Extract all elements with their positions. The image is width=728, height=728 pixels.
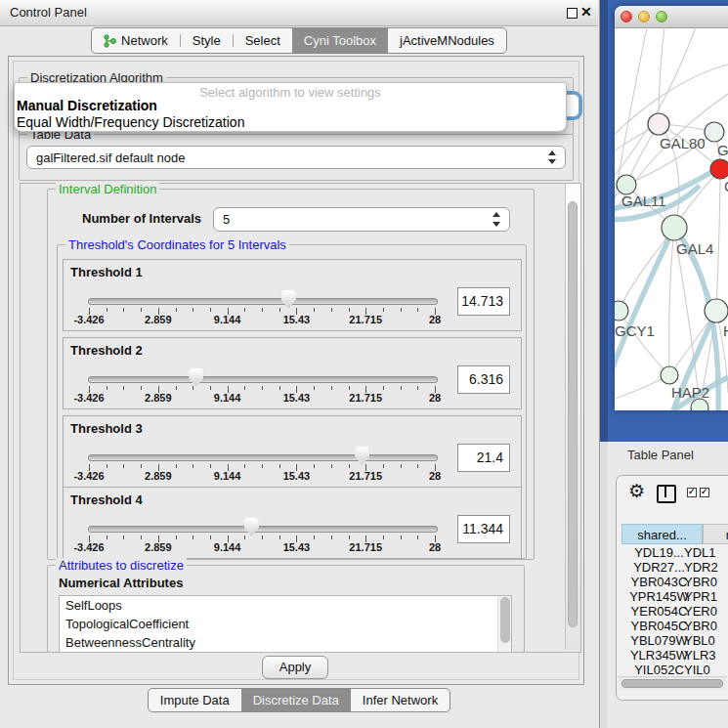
slider-tick [107,386,107,390]
network-node[interactable] [617,175,636,194]
checked-checkbox-icon[interactable]: ✓ [700,488,709,497]
tab-network[interactable]: Network [92,28,180,53]
network-edge[interactable] [669,228,674,375]
slider-thumb[interactable] [355,447,369,465]
tab-infer-network[interactable]: Infer Network [351,689,450,711]
node-table[interactable]: YDL19...YDL1YDR27...YDR2YBR043CYBR0YPR14… [617,545,728,680]
table-row[interactable]: YBR043CYBR0 [617,575,728,589]
threshold-value-field[interactable]: 21.4 [457,444,510,472]
threshold-box: Threshold 1-3.4262.8599.14415.4321.71528… [63,259,522,331]
float-window-icon[interactable] [567,8,578,19]
name-cell[interactable]: YER0 [684,604,717,619]
slider-thumb[interactable] [189,368,203,387]
table-row[interactable]: YLR345WYLR3 [617,648,728,663]
slider-tick [107,464,107,468]
table-row[interactable]: YPR145WYPR1 [617,589,728,604]
network-node[interactable] [705,299,728,322]
list-scrollbar-thumb[interactable] [500,597,510,643]
table-data-combobox[interactable]: galFiltered.sif default node [26,146,566,169]
slider-track[interactable] [88,526,438,533]
slider-tick [193,386,193,390]
minimize-traffic-light[interactable] [638,11,650,22]
table-row[interactable]: YIL052CYIL0 [617,663,728,677]
slider-thumb[interactable] [244,518,259,536]
number-of-intervals-value: 5 [223,208,230,231]
combo-spinner-icon[interactable] [548,147,557,168]
name-cell[interactable]: YPR1 [684,589,717,604]
name-cell[interactable]: YDL1 [684,545,716,560]
horizontal-scrollbar[interactable] [618,676,727,691]
network-window-titlebar[interactable] [615,6,728,28]
table-row[interactable]: YBL079WYBL0 [617,633,728,648]
name-cell[interactable]: YBR0 [684,619,717,633]
threshold-value-field[interactable]: 6.316 [457,365,510,394]
apply-button[interactable]: Apply [262,656,328,679]
numerical-attributes-label: Numerical Attributes [59,576,183,590]
network-node-label: HAP2 [671,384,709,401]
column-header-shared-name[interactable]: shared... [621,524,703,544]
combo-spinner-icon[interactable] [492,208,501,231]
network-node[interactable] [705,122,724,142]
name-cell[interactable]: YBL0 [684,633,715,648]
tab-discretize-data[interactable]: Discretize Data [241,689,351,711]
slider-tick [314,308,315,312]
threshold-value-field[interactable]: 11.344 [457,515,510,543]
attribute-list-item[interactable]: SelfLoops [60,596,511,615]
network-node[interactable] [691,399,708,410]
name-cell[interactable]: YLR3 [684,648,716,663]
network-edge[interactable] [619,311,669,375]
slider-tick [331,464,332,468]
attribute-list-item[interactable]: TopologicalCoefficient [60,615,511,633]
threshold-box: Threshold 2-3.4262.8599.14415.4321.71528… [63,337,522,409]
slider-tick-label: -3.426 [73,470,104,482]
tab-style[interactable]: Style [181,28,233,53]
checked-checkbox-icon[interactable]: ✓ [687,488,697,497]
slider-tick-label: 2.859 [145,392,172,404]
slider-thumb[interactable] [281,290,296,309]
vertical-scrollbar-thumb[interactable] [568,201,578,627]
name-cell[interactable]: YDR2 [684,560,718,575]
table-row[interactable]: YDL19...YDL1 [617,545,728,560]
table-row[interactable]: YDR27...YDR2 [617,560,728,575]
gear-icon[interactable]: ⚙ [628,480,645,502]
screen: Control Panel ✕ Network Style Select Cyn… [0,0,728,728]
network-edge[interactable] [716,169,720,311]
tab-select[interactable]: Select [234,28,292,53]
threshold-value-field[interactable]: 14.713 [457,287,510,316]
slider-tick [262,386,263,390]
column-visibility-icon[interactable] [657,485,676,503]
numerical-attributes-list[interactable]: SelfLoopsTopologicalCoefficientBetweenne… [59,595,512,653]
tab-cyni-toolbox[interactable]: Cyni Toolbox [292,28,388,53]
table-row[interactable]: YER054CYER0 [617,604,728,619]
network-node[interactable] [662,215,687,240]
horizontal-scrollbar-thumb[interactable] [621,679,723,688]
name-cell[interactable]: YIL0 [684,663,710,677]
tab-network-label: Network [121,28,168,53]
table-data-value: galFiltered.sif default node [36,147,185,169]
slider-track[interactable] [88,376,438,383]
network-node[interactable] [661,366,678,384]
column-header-name[interactable]: name [703,524,728,544]
popup-option-manual-discretization[interactable]: Manual Discretization [17,98,157,113]
popup-option-equal-width-frequency[interactable]: Equal Width/Frequency Discretization [17,114,244,130]
network-node[interactable] [710,159,728,179]
number-of-intervals-combobox[interactable]: 5 [213,207,510,232]
close-icon[interactable]: ✕ [580,4,592,20]
network-canvas[interactable]: GAL80G.CGAL11GAL4GCY1HHAP2 [615,27,728,410]
table-row[interactable]: YBR045CYBR0 [617,619,728,633]
network-node[interactable] [648,113,669,135]
tab-jactivemnodules[interactable]: jActiveMNodules [388,28,506,53]
network-edge[interactable] [615,27,696,192]
name-cell[interactable]: YBR0 [684,575,717,589]
network-edge[interactable] [659,27,664,124]
attribute-list-item[interactable]: BetweennessCentrality [60,633,511,652]
tab-impute-data[interactable]: Impute Data [149,689,241,711]
network-node[interactable] [615,301,628,321]
slider-track[interactable] [88,454,438,461]
close-traffic-light[interactable] [621,11,632,22]
slider-tick [123,535,124,539]
slider-track[interactable] [88,298,438,305]
zoom-traffic-light[interactable] [656,11,667,22]
threshold-label: Threshold 1 [70,265,143,279]
list-scrollbar[interactable] [497,596,511,652]
